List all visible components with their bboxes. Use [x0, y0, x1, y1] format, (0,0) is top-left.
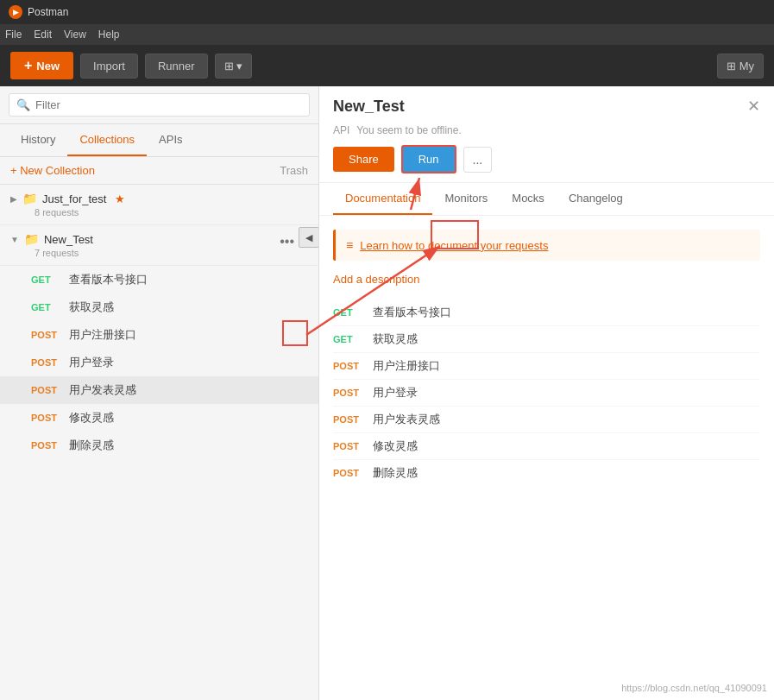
trash-button[interactable]: Trash [280, 164, 308, 177]
tab-history[interactable]: History [9, 124, 67, 156]
collection-meta: 8 requests [35, 207, 308, 218]
detail-panel: New_Test ✕ API You seem to be offline. S… [319, 86, 774, 700]
tab-changelog[interactable]: Changelog [557, 183, 635, 215]
request-name-0: 查看版本号接口 [69, 272, 148, 287]
method-badge-post-5: POST [31, 413, 62, 423]
detail-method-1: GET [333, 334, 364, 344]
detail-request-row-4[interactable]: POST 用户发表灵感 [333, 407, 760, 433]
more-options-button[interactable]: ••• [280, 234, 294, 249]
detail-request-list: GET 查看版本号接口 GET 获取灵感 POST 用户注册接口 POST 用户… [333, 300, 760, 486]
tab-monitors[interactable]: Monitors [432, 183, 500, 215]
toggle-icon-new-test: ▼ [10, 235, 19, 244]
request-item-6[interactable]: POST 删除灵感 [0, 432, 318, 459]
detail-req-name-2: 用户注册接口 [373, 358, 440, 374]
request-name-3: 用户登录 [69, 355, 114, 370]
request-name-1: 获取灵感 [69, 300, 114, 315]
toggle-icon: ▶ [10, 194, 17, 204]
new-collection-button[interactable]: + New Collection [10, 164, 95, 177]
search-box: 🔍 [9, 93, 310, 117]
share-button[interactable]: Share [333, 147, 394, 172]
detail-request-row-2[interactable]: POST 用户注册接口 [333, 353, 760, 380]
detail-req-name-5: 修改灵感 [373, 438, 418, 454]
add-description-link[interactable]: Add a description [333, 273, 760, 286]
chevron-down-icon: ▾ [236, 60, 242, 73]
more-actions-button[interactable]: ... [463, 147, 493, 173]
api-button[interactable]: ⊞ ▾ [215, 54, 252, 79]
menu-edit[interactable]: Edit [34, 28, 52, 41]
learn-icon: ≡ [346, 238, 353, 252]
plus-icon: + [24, 58, 32, 73]
detail-request-row-0[interactable]: GET 查看版本号接口 [333, 300, 760, 326]
watermark: https://blog.csdn.net/qq_41090091 [621, 683, 767, 693]
menu-help[interactable]: Help [98, 28, 120, 41]
request-item-2[interactable]: POST 用户注册接口 [0, 321, 318, 349]
menu-view[interactable]: View [64, 28, 86, 41]
detail-request-row-3[interactable]: POST 用户登录 [333, 380, 760, 407]
collection-name: Just_for_test [42, 192, 106, 205]
menu-file[interactable]: File [5, 28, 22, 41]
detail-req-name-0: 查看版本号接口 [373, 305, 451, 320]
tab-mocks[interactable]: Mocks [500, 183, 557, 215]
request-name-2: 用户注册接口 [69, 327, 136, 343]
tab-documentation[interactable]: Documentation [333, 183, 432, 215]
collection-item-just-for-test[interactable]: ▶ 📁 Just_for_test ★ 8 requests [0, 185, 318, 225]
detail-method-6: POST [333, 468, 364, 478]
collection-name-new-test: New_Test [44, 233, 93, 246]
detail-header: New_Test ✕ API You seem to be offline. S… [319, 86, 774, 183]
runner-button[interactable]: Runner [145, 54, 208, 79]
request-name-6: 删除灵感 [69, 438, 114, 453]
detail-req-name-3: 用户登录 [373, 385, 418, 400]
collapse-arrow-icon: ◀ [305, 232, 312, 243]
app-icon: ▶ [9, 5, 22, 19]
folder-icon-new-test: 📁 [24, 232, 39, 246]
request-name-5: 修改灵感 [69, 410, 114, 426]
tab-collections[interactable]: Collections [67, 124, 147, 156]
app-name: Postman [28, 6, 68, 18]
request-list-new-test: GET 查看版本号接口 GET 获取灵感 POST 用户注册接口 POST 用户… [0, 266, 318, 459]
detail-title: New_Test [333, 98, 405, 116]
detail-method-2: POST [333, 361, 364, 371]
request-item-5[interactable]: POST 修改灵感 [0, 404, 318, 432]
new-test-row: ▼ 📁 New_Test [10, 232, 287, 246]
detail-request-row-6[interactable]: POST 删除灵感 [333, 460, 760, 486]
tab-apis[interactable]: APIs [147, 124, 194, 156]
toolbar: + New Import Runner ⊞ ▾ ⊞ My [0, 45, 774, 86]
sidebar-tabs: History Collections APIs [0, 124, 318, 157]
offline-text: You seem to be offline. [356, 124, 461, 136]
detail-request-row-1[interactable]: GET 获取灵感 [333, 326, 760, 353]
detail-api-row: API You seem to be offline. [333, 124, 760, 136]
detail-method-0: GET [333, 307, 364, 318]
detail-req-name-4: 用户发表灵感 [373, 412, 440, 427]
close-button[interactable]: ✕ [747, 97, 760, 116]
search-icon: 🔍 [16, 98, 30, 111]
method-badge-get-1: GET [31, 302, 62, 312]
search-input[interactable] [35, 98, 302, 111]
collection-meta-new-test: 7 requests [35, 248, 287, 258]
collection-item-new-test[interactable]: ▼ 📁 New_Test 7 requests [0, 225, 318, 266]
collapse-panel-button[interactable]: ◀ [299, 227, 318, 248]
detail-method-3: POST [333, 388, 364, 398]
detail-req-name-6: 删除灵感 [373, 465, 418, 481]
detail-actions: Share Run ... [333, 145, 760, 173]
new-button[interactable]: + New [10, 52, 73, 79]
method-badge-post-6: POST [31, 440, 62, 451]
collection-header: ▶ 📁 Just_for_test ★ [10, 192, 308, 205]
toolbar-right: ⊞ My [717, 54, 764, 79]
detail-content: ≡ Learn how to document your requests Ad… [319, 216, 774, 700]
import-button[interactable]: Import [80, 54, 138, 79]
request-item-3[interactable]: POST 用户登录 [0, 349, 318, 376]
request-item-1[interactable]: GET 获取灵感 [0, 293, 318, 321]
folder-icon: 📁 [22, 192, 37, 205]
method-badge-get-0: GET [31, 274, 62, 285]
detail-req-name-1: 获取灵感 [373, 331, 418, 347]
request-name-4: 用户发表灵感 [69, 382, 136, 398]
request-item-4[interactable]: POST 用户发表灵感 [0, 376, 318, 404]
run-button[interactable]: Run [401, 145, 456, 173]
main-layout: 🔍 History Collections APIs + New Collect… [0, 86, 774, 700]
my-button[interactable]: ⊞ My [717, 54, 764, 79]
request-item-0[interactable]: GET 查看版本号接口 [0, 266, 318, 293]
grid-small-icon: ⊞ [727, 60, 736, 73]
api-label: API [333, 124, 349, 136]
learn-link[interactable]: Learn how to document your requests [360, 239, 548, 252]
detail-request-row-5[interactable]: POST 修改灵感 [333, 433, 760, 460]
